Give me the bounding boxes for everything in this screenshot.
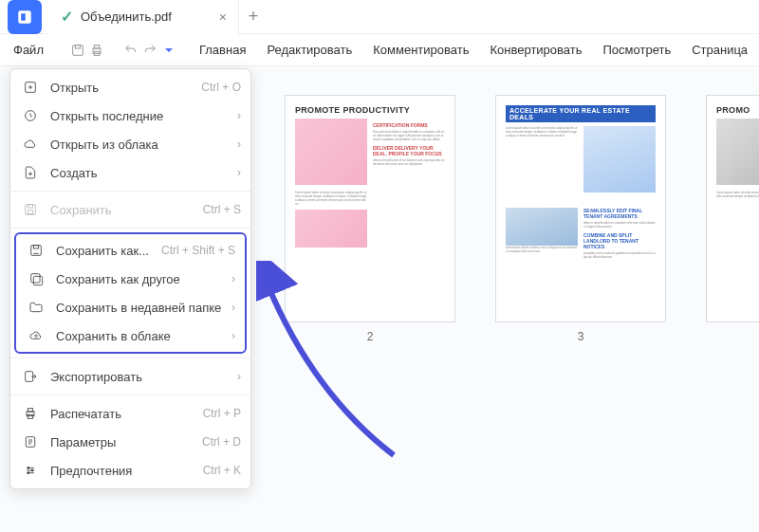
undo-icon[interactable] <box>123 38 139 63</box>
menu-separator <box>10 228 250 229</box>
menu-item-cloud[interactable]: Открыть из облака › <box>10 130 250 158</box>
chevron-right-icon: › <box>237 370 241 383</box>
svg-point-21 <box>28 467 29 468</box>
file-dropdown-menu: Открыть Ctrl + O Открыть последние › Отк… <box>9 68 251 489</box>
chevron-right-icon: › <box>237 109 241 122</box>
save-as-icon <box>26 240 46 261</box>
save-other-icon <box>26 268 46 289</box>
thumb-sub2: COMBINE AND SPLIT LANDLORD TO TENANT NOT… <box>583 232 656 249</box>
menu-item-label: Распечатать <box>50 407 203 421</box>
page-thumb-2[interactable]: PROMOTE PRODUCTIVITY Lorem ipsum dolor s… <box>285 95 455 532</box>
page-thumb-4[interactable]: PROMO Lorem ipsum dolor sit amet consect… <box>706 95 759 532</box>
menu-item-label: Создать <box>50 166 231 180</box>
page-thumb-3[interactable]: ACCELERATE YOUR REAL ESTATE DEALS Lorem … <box>495 95 666 532</box>
menu-convert[interactable]: Конвертировать <box>480 37 591 63</box>
menu-view[interactable]: Посмотреть <box>594 37 681 63</box>
menu-item-label: Открыть последние <box>50 109 231 123</box>
prefs-icon <box>20 460 41 481</box>
menu-item-label: Параметры <box>50 435 202 449</box>
tab-title: Объединить.pdf <box>81 9 212 24</box>
menu-item-label: Открыть из облака <box>50 138 231 152</box>
menu-home[interactable]: Главная <box>190 37 255 63</box>
menu-item-prefs[interactable]: Предпочтения Ctrl + K <box>10 456 250 485</box>
menu-item-export[interactable]: Экспортировать › <box>10 362 250 391</box>
toolbar: Файл Главная Редактировать Комментироват… <box>0 34 759 66</box>
chevron-right-icon: › <box>237 166 241 179</box>
svg-rect-19 <box>28 414 32 418</box>
menu-item-label: Сохранить как... <box>56 244 161 258</box>
menu-item-shortcut: Ctrl + P <box>203 407 241 420</box>
page-number: 2 <box>367 330 374 343</box>
svg-rect-13 <box>33 246 38 248</box>
menu-item-shortcut: Ctrl + K <box>203 464 241 477</box>
chevron-right-icon: › <box>231 329 235 342</box>
menu-item-file-plus[interactable]: Создать › <box>10 158 250 187</box>
chevron-right-icon: › <box>237 138 241 151</box>
svg-point-23 <box>28 472 29 474</box>
dropdown-triangle-icon[interactable] <box>161 38 176 63</box>
close-tab-icon[interactable]: × <box>219 9 227 25</box>
svg-rect-14 <box>31 274 40 283</box>
svg-rect-2 <box>73 45 83 55</box>
folder-icon <box>26 297 46 318</box>
menu-item-save: Сохранить Ctrl + S <box>10 195 250 224</box>
svg-rect-15 <box>33 276 42 284</box>
plus-box-icon <box>20 77 41 98</box>
svg-rect-10 <box>28 205 32 208</box>
menu-item-folder[interactable]: Сохранить в недавней папке › <box>16 293 245 321</box>
page-number: 3 <box>578 330 584 343</box>
menu-item-shortcut: Ctrl + Shift + S <box>161 244 235 257</box>
params-icon <box>20 431 41 452</box>
thumb-sub1: CERTIFICATION FORMS <box>373 122 445 128</box>
thumb-headline: PROMOTE PRODUCTIVITY <box>295 105 445 115</box>
menu-item-cloud-up[interactable]: Сохранить в облаке › <box>16 321 245 350</box>
saved-check-icon: ✓ <box>61 8 73 26</box>
menu-separator <box>10 394 250 395</box>
menu-item-label: Сохранить как другое <box>56 272 226 286</box>
menu-item-label: Сохранить <box>50 203 203 217</box>
export-icon <box>20 366 41 387</box>
file-menu-button[interactable]: Файл <box>6 39 51 61</box>
menu-item-label: Предпочтения <box>50 464 203 478</box>
menu-separator <box>10 191 250 192</box>
menu-item-label: Открыть <box>50 81 201 95</box>
thumb-headline: PROMO <box>716 105 759 115</box>
chevron-right-icon: › <box>231 272 235 285</box>
chevron-right-icon: › <box>231 301 235 314</box>
menu-item-shortcut: Ctrl + S <box>203 203 241 216</box>
menu-item-save-other[interactable]: Сохранить как другое › <box>16 265 245 293</box>
menu-edit[interactable]: Редактировать <box>257 37 361 63</box>
menu-item-clock[interactable]: Открыть последние › <box>10 101 250 130</box>
document-tab[interactable]: ✓ Объединить.pdf × <box>49 0 239 34</box>
menu-item-label: Сохранить в облаке <box>56 329 226 343</box>
menu-item-shortcut: Ctrl + O <box>201 81 241 94</box>
svg-rect-1 <box>21 13 26 21</box>
menubar: Главная Редактировать Комментировать Кон… <box>190 37 759 63</box>
menu-comment[interactable]: Комментировать <box>363 37 478 63</box>
titlebar: ✓ Объединить.pdf × + <box>0 0 759 34</box>
menu-separator <box>10 358 250 358</box>
new-tab-button[interactable]: + <box>239 7 268 27</box>
thumb-sub1: SEAMLESSLY EDIT FINAL TENANT AGREEMENTS <box>583 208 656 219</box>
menu-item-shortcut: Ctrl + D <box>202 435 241 449</box>
save-icon[interactable] <box>70 38 85 63</box>
svg-point-22 <box>31 469 33 471</box>
svg-rect-11 <box>28 211 32 214</box>
thumb-headline: ACCELERATE YOUR REAL ESTATE DEALS <box>506 105 656 122</box>
menu-item-print[interactable]: Распечатать Ctrl + P <box>10 399 250 428</box>
cloud-icon <box>20 134 41 155</box>
menu-page[interactable]: Страница <box>682 37 757 63</box>
menu-item-save-as[interactable]: Сохранить как... Ctrl + Shift + S <box>16 236 245 265</box>
save-icon <box>20 199 41 220</box>
cloud-up-icon <box>26 325 46 346</box>
app-logo-icon[interactable] <box>8 0 42 34</box>
print-icon <box>20 403 41 424</box>
menu-item-params[interactable]: Параметры Ctrl + D <box>10 428 250 456</box>
svg-rect-3 <box>75 45 80 47</box>
redo-icon[interactable] <box>142 38 157 63</box>
print-icon[interactable] <box>89 38 104 63</box>
menu-item-plus-box[interactable]: Открыть Ctrl + O <box>10 73 250 101</box>
svg-rect-9 <box>26 205 36 215</box>
menu-item-label: Экспортировать <box>50 370 231 384</box>
svg-rect-18 <box>28 409 32 412</box>
